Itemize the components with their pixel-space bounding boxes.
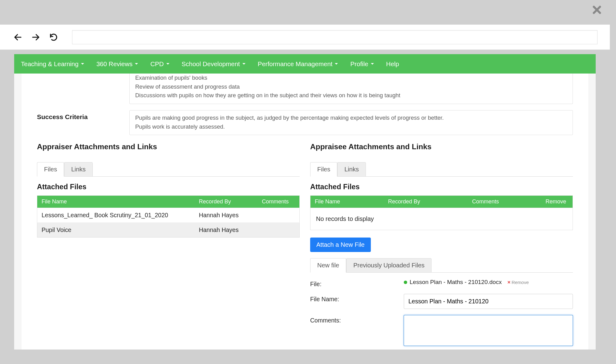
nav-cpd[interactable]: CPD [150,60,169,68]
forward-icon[interactable] [30,32,41,43]
appraisee-column: Appraisee Attachments and Links Files Li… [310,142,573,347]
cell-file-name: Pupil Voice [37,223,195,238]
col-file-name: File Name [310,196,384,208]
content-area: Examination of pupils' books Review of a… [22,74,588,350]
cell-comments [257,223,299,238]
file-label: File: [310,279,396,288]
nav-item-label: Profile [350,60,368,68]
appraiser-tabs: Files Links [37,162,300,177]
comments-textarea[interactable] [404,315,573,346]
chevron-down-icon [81,63,84,65]
col-remove: Remove [541,196,573,208]
refresh-icon[interactable] [48,32,59,43]
chevron-down-icon [166,63,169,65]
cell-comments [257,208,299,223]
nav-item-label: School Development [182,60,240,68]
chevron-down-icon [371,63,374,65]
success-criteria-row: Success Criteria Pupils are making good … [37,110,573,135]
success-criteria-box: Pupils are making good progress in the s… [129,110,573,135]
appraisee-files-table: File Name Recorded By Comments Remove [310,195,573,208]
uploaded-file-chip: Lesson Plan - Maths - 210120.docx ✕ Remo… [404,279,573,286]
tab-links[interactable]: Links [64,162,93,176]
no-records-message: No records to display [310,208,573,230]
tab-links[interactable]: Links [337,162,366,176]
filename-label: File Name: [310,294,396,309]
col-comments: Comments [468,196,541,208]
evaluation-label-hidden [37,74,117,104]
col-comments: Comments [257,196,299,208]
success-criteria-label: Success Criteria [37,110,117,135]
cell-file-name: Lessons_Learned_ Book Scrutiny_21_01_202… [37,208,195,223]
appraisee-heading: Appraisee Attachments and Links [310,142,573,151]
attach-new-file-button[interactable]: Attach a New File [310,238,371,252]
status-dot-icon [404,281,407,284]
nav-item-label: Help [386,60,399,68]
filename-row: File Name: [310,294,573,309]
col-recorded-by: Recorded By [195,196,257,208]
comments-label: Comments: [310,315,396,347]
appraiser-column: Appraiser Attachments and Links Files Li… [37,142,300,347]
comments-row: Comments: [310,315,573,347]
chevron-down-icon [242,63,245,65]
success-criteria-text: Pupils are making good progress in the s… [135,111,567,122]
tab-files[interactable]: Files [310,162,337,177]
filename-input[interactable] [404,294,573,309]
remove-text: Remove [512,280,529,285]
table-row[interactable]: Lessons_Learned_ Book Scrutiny_21_01_202… [37,208,300,223]
evaluation-row: Examination of pupils' books Review of a… [37,74,573,104]
close-icon[interactable] [591,4,603,19]
nav-teaching-learning[interactable]: Teaching & Learning [21,60,84,68]
chevron-down-icon [335,63,338,65]
tab-new-file[interactable]: New file [310,258,346,273]
remove-file-link[interactable]: ✕ Remove [507,280,529,285]
page-wrapper: Teaching & Learning 360 Reviews CPD Scho… [14,54,596,350]
remove-x-icon: ✕ [507,280,511,285]
evaluation-text: Discussions with pupils on how they are … [135,91,567,100]
nav-school-development[interactable]: School Development [182,60,245,68]
nav-performance-management[interactable]: Performance Management [258,60,338,68]
tab-files[interactable]: Files [37,162,64,177]
address-bar[interactable] [72,30,598,44]
evaluation-text: Review of assessment and progress data [135,82,567,91]
nav-help[interactable]: Help [386,60,399,68]
top-nav: Teaching & Learning 360 Reviews CPD Scho… [14,54,596,74]
nav-360-reviews[interactable]: 360 Reviews [96,60,138,68]
back-icon[interactable] [12,32,23,43]
col-file-name: File Name [37,196,195,208]
cell-recorded-by: Hannah Hayes [195,223,257,238]
nav-item-label: Teaching & Learning [21,60,79,68]
attached-files-heading: Attached Files [310,183,573,191]
file-row: File: Lesson Plan - Maths - 210120.docx … [310,279,573,288]
evaluation-text: Examination of pupils' books [135,74,567,82]
uploaded-file-name: Lesson Plan - Maths - 210120.docx [410,279,502,286]
nav-profile[interactable]: Profile [350,60,374,68]
nav-item-label: 360 Reviews [96,60,132,68]
col-recorded-by: Recorded By [384,196,468,208]
evaluation-box: Examination of pupils' books Review of a… [129,74,573,104]
cell-recorded-by: Hannah Hayes [195,208,257,223]
nav-item-label: Performance Management [258,60,333,68]
appraiser-files-table: File Name Recorded By Comments Lessons_L… [37,195,300,238]
window-frame: Teaching & Learning 360 Reviews CPD Scho… [0,0,610,351]
attached-files-heading: Attached Files [37,183,300,191]
nav-item-label: CPD [150,60,164,68]
table-row[interactable]: Pupil Voice Hannah Hayes [37,223,300,238]
appraiser-heading: Appraiser Attachments and Links [37,142,300,151]
file-source-tabs: New file Previously Uploaded Files [310,258,573,273]
browser-toolbar [0,25,610,50]
tab-previously-uploaded[interactable]: Previously Uploaded Files [346,258,432,272]
success-criteria-text: Pupils work is accurately assessed. [135,122,567,131]
appraisee-tabs: Files Links [310,162,573,177]
chevron-down-icon [135,63,138,65]
